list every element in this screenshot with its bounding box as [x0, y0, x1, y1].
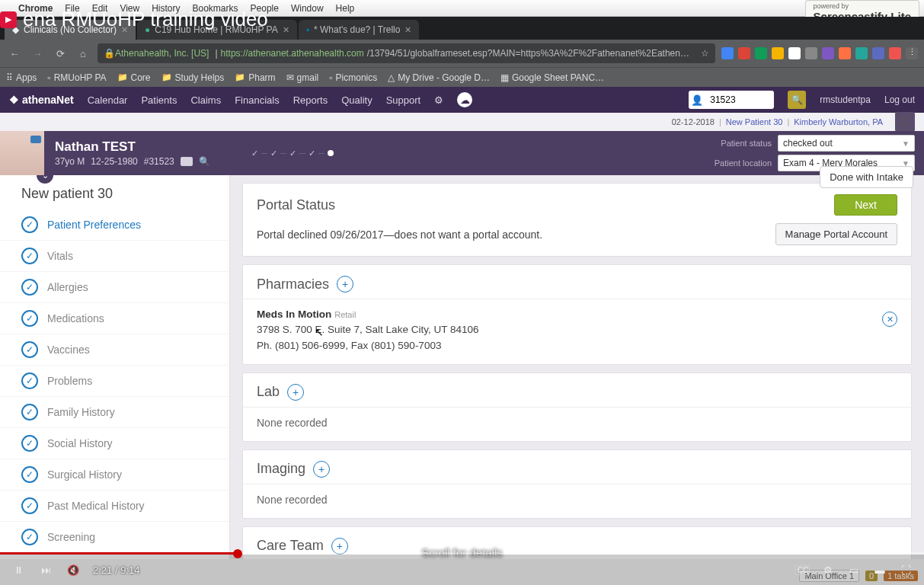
pause-button[interactable]: ⏸ [11, 564, 26, 576]
portal-status-card: Portal Status Next Portal declined 09/26… [242, 183, 912, 257]
imaging-card: Imaging + None recorded [242, 449, 912, 519]
next-button[interactable]: Next [834, 194, 897, 216]
check-icon [21, 372, 38, 389]
extension-icon[interactable] [805, 47, 817, 59]
bookmark-folder[interactable]: Pharm [235, 72, 275, 83]
miniplayer-icon[interactable]: ▭ [846, 564, 862, 576]
extension-icon[interactable] [738, 47, 750, 59]
add-imaging-button[interactable]: + [313, 461, 330, 478]
manage-portal-button[interactable]: Manage Portal Account [775, 223, 897, 245]
done-with-intake-button[interactable]: Done with Intake [820, 166, 913, 188]
theater-icon[interactable]: ▬ [872, 564, 887, 576]
patient-photo[interactable] [0, 131, 44, 175]
menu-history[interactable]: History [152, 3, 180, 14]
browser-tab[interactable]: ● C19 Hub Home | RMUoHP PA ✕ [137, 20, 297, 40]
home-button[interactable]: ⌂ [75, 48, 91, 59]
bookmark-folder[interactable]: Core [117, 72, 151, 83]
extension-icon[interactable] [839, 47, 851, 59]
gear-icon[interactable]: ⚙ [434, 94, 443, 106]
patient-status-select[interactable]: checked out ▼ [778, 135, 915, 152]
bookmark-apps[interactable]: ⠿Apps [6, 72, 37, 83]
extension-icon[interactable] [822, 47, 834, 59]
sidebar-item-screening[interactable]: Screening [0, 522, 229, 553]
extension-icon[interactable] [788, 47, 801, 59]
forward-button[interactable]: → [29, 48, 46, 59]
close-icon[interactable]: ✕ [404, 25, 411, 35]
extension-icon[interactable] [855, 47, 868, 59]
back-button[interactable]: ← [6, 48, 23, 59]
sidebar-item-vaccines[interactable]: Vaccines [0, 334, 229, 366]
menu-people[interactable]: People [251, 3, 279, 14]
bookmark-item[interactable]: ▫RMUoHP PA [47, 72, 106, 83]
nav-support[interactable]: Support [386, 94, 421, 106]
current-user[interactable]: rmstudentpa [820, 94, 871, 105]
search-icon[interactable]: 🔍 [199, 156, 210, 167]
extension-icons: ⋮ [721, 47, 918, 59]
fullscreen-icon[interactable]: ⛶ [898, 564, 913, 576]
menu-file[interactable]: File [65, 3, 79, 14]
context-provider-link[interactable]: Kimberly Warburton, PA [794, 117, 883, 126]
menubar-app[interactable]: Chrome [18, 3, 53, 14]
mute-button[interactable]: 🔇 [66, 564, 81, 576]
sidebar-item-social-history[interactable]: Social History [0, 428, 229, 459]
bookmark-item[interactable]: ▦Google Sheet PANC… [500, 72, 604, 83]
bookmark-folder[interactable]: Study Helps [161, 72, 225, 83]
address-bar[interactable]: 🔒 Athenahealth, Inc. [US] | https://athe… [98, 43, 715, 63]
check-icon: ✓ [251, 149, 258, 158]
settings-icon[interactable]: ⚙ [820, 564, 836, 576]
cc-button[interactable]: CC [795, 565, 810, 575]
browser-tab[interactable]: ▪ * What's due? | Trello ✕ [299, 20, 420, 40]
nav-calendar[interactable]: Calendar [88, 94, 128, 106]
url-path: /13794/51/globalframeset.esp?MAIN=https%… [367, 48, 689, 59]
close-icon[interactable]: ✕ [283, 25, 289, 35]
nav-quality[interactable]: Quality [341, 94, 372, 106]
lab-card: Lab + None recorded [242, 372, 912, 442]
patient-name[interactable]: Nathan TEST [55, 139, 210, 155]
chrome-menu-icon[interactable]: ⋮ [906, 47, 918, 59]
bookmark-item[interactable]: ✉gmail [286, 72, 319, 83]
sidebar-item-patient-preferences[interactable]: Patient Preferences [0, 209, 229, 241]
nav-patients[interactable]: Patients [141, 94, 177, 106]
bookmark-item[interactable]: ▫Picmonics [329, 72, 377, 83]
bookmark-item[interactable]: △My Drive - Google D… [388, 72, 490, 83]
extension-icon[interactable] [721, 47, 734, 59]
sidebar-item-vitals[interactable]: Vitals [0, 241, 229, 272]
context-encounter-link[interactable]: New Patient 30 [726, 117, 783, 126]
add-pharmacy-button[interactable]: + [337, 276, 353, 292]
remove-pharmacy-button[interactable]: ✕ [882, 312, 897, 327]
search-button[interactable]: 🔍 [788, 91, 806, 109]
notification-icon[interactable]: ☁ [457, 92, 472, 107]
browser-tab-active[interactable]: ◆ Clinicals (No Collector) ✕ [5, 20, 136, 40]
extension-icon[interactable] [889, 47, 901, 59]
add-lab-button[interactable]: + [287, 384, 304, 401]
extension-icon[interactable] [872, 47, 884, 59]
extension-icon[interactable] [772, 47, 784, 59]
youtube-progress-bar[interactable] [0, 552, 924, 555]
star-icon[interactable]: ☆ [701, 48, 709, 59]
nav-reports[interactable]: Reports [293, 94, 328, 106]
reload-button[interactable]: ⟳ [52, 48, 69, 59]
sidebar-item-allergies[interactable]: Allergies [0, 272, 229, 303]
athena-logo[interactable]: athenaNet [9, 94, 74, 106]
menu-help[interactable]: Help [336, 3, 355, 14]
menu-bookmarks[interactable]: Bookmarks [193, 3, 238, 14]
patient-search[interactable]: 👤 [689, 91, 774, 109]
close-icon[interactable]: ✕ [121, 25, 128, 35]
nav-claims[interactable]: Claims [190, 94, 221, 106]
logout-link[interactable]: Log out [884, 94, 915, 105]
chevron-down-icon: ▼ [902, 139, 910, 148]
insurance-card-icon[interactable] [181, 157, 193, 166]
sidebar-item-past-medical-history[interactable]: Past Medical History [0, 491, 229, 522]
extension-icon[interactable] [755, 47, 767, 59]
sidebar-item-family-history[interactable]: Family History [0, 397, 229, 428]
hamburger-icon[interactable]: ☰ [895, 112, 915, 132]
sidebar-item-surgical-history[interactable]: Surgical History [0, 459, 229, 491]
sidebar-item-problems[interactable]: Problems [0, 366, 229, 397]
sidebar-item-medications[interactable]: Medications [0, 303, 229, 334]
menu-window[interactable]: Window [291, 3, 324, 14]
patient-search-input[interactable] [705, 94, 774, 105]
menu-edit[interactable]: Edit [92, 3, 108, 14]
next-video-button[interactable]: ⏭ [38, 564, 53, 576]
nav-financials[interactable]: Financials [235, 94, 280, 106]
menu-view[interactable]: View [120, 3, 139, 14]
